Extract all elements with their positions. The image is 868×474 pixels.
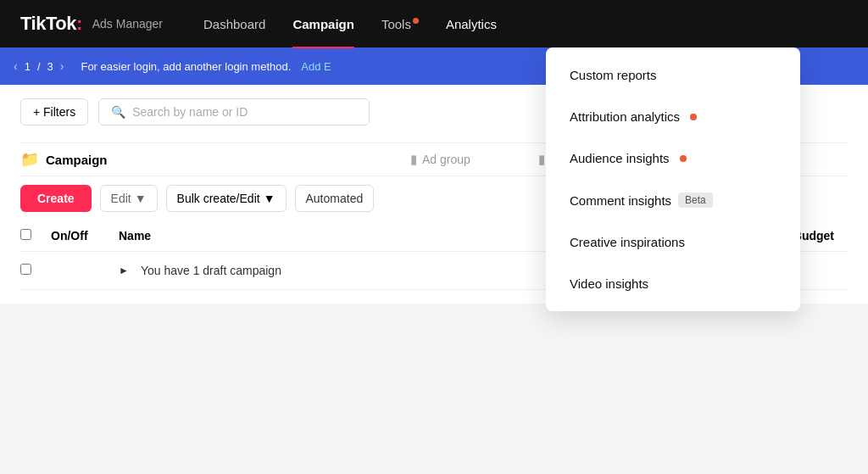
campaign-tab-label: Campaign — [46, 153, 108, 167]
ad-group-icon: ▮ — [410, 152, 417, 167]
ad-group-label: Ad group — [422, 153, 470, 166]
expand-icon[interactable]: ► — [119, 265, 129, 276]
banner-message: For easier login, add another login meth… — [81, 60, 291, 73]
search-icon: 🔍 — [111, 105, 125, 119]
dropdown-item-creative-inspirations[interactable]: Creative inspirations — [546, 221, 800, 263]
tools-notification-dot — [413, 18, 419, 24]
ad-group-tab[interactable]: ▮ Ad group — [410, 152, 470, 167]
brand-name: TikTok: — [20, 13, 82, 35]
brand-logo[interactable]: TikTok: Ads Manager — [20, 13, 163, 35]
top-navigation: TikTok: Ads Manager Dashboard Campaign T… — [0, 0, 868, 47]
brand-subtitle: Ads Manager — [92, 17, 163, 31]
ad-icon: ▮ — [538, 152, 545, 167]
banner-link[interactable]: Add E — [301, 60, 331, 73]
banner-page-total: 3 — [47, 60, 53, 73]
nav-tools[interactable]: Tools — [381, 17, 419, 31]
nav-campaign[interactable]: Campaign — [292, 17, 354, 31]
nav-dashboard[interactable]: Dashboard — [203, 17, 265, 31]
bulk-chevron-icon: ▼ — [264, 192, 275, 205]
attribution-analytics-dot — [690, 114, 697, 120]
search-box[interactable]: 🔍 Search by name or ID — [98, 98, 370, 125]
edit-button[interactable]: Edit ▼ — [100, 185, 158, 212]
bulk-create-button[interactable]: Bulk create/Edit ▼ — [166, 185, 287, 212]
dropdown-item-comment-insights[interactable]: Comment insights Beta — [546, 179, 800, 221]
col-header-onoff: On/Off — [51, 229, 119, 243]
dropdown-item-custom-reports[interactable]: Custom reports — [546, 54, 800, 96]
beta-badge: Beta — [678, 192, 713, 208]
prev-banner-arrow[interactable]: ‹ — [14, 59, 18, 73]
draft-label: You have 1 draft campaign — [141, 264, 281, 277]
row-checkbox[interactable] — [20, 264, 51, 277]
audience-insights-dot — [680, 155, 687, 162]
campaign-tab[interactable]: 📁 Campaign — [20, 150, 410, 169]
banner-page-current: 1 — [25, 60, 31, 73]
nav-links: Dashboard Campaign Tools Analytics — [203, 17, 497, 31]
banner-pagination: ‹ 1 / 3 › — [14, 59, 64, 73]
nav-analytics[interactable]: Analytics — [446, 17, 497, 31]
dropdown-item-video-insights[interactable]: Video insights — [546, 263, 800, 304]
select-all-checkbox[interactable] — [20, 229, 51, 243]
filters-button[interactable]: + Filters — [20, 98, 88, 125]
next-banner-arrow[interactable]: › — [60, 59, 64, 73]
dropdown-item-audience-insights[interactable]: Audience insights — [546, 137, 800, 179]
automated-button[interactable]: Automated — [295, 185, 375, 212]
dropdown-item-attribution-analytics[interactable]: Attribution analytics — [546, 96, 800, 137]
search-placeholder: Search by name or ID — [132, 105, 248, 119]
analytics-dropdown: Custom reports Attribution analytics Aud… — [546, 47, 800, 311]
banner-separator: / — [37, 60, 41, 73]
create-button[interactable]: Create — [20, 185, 92, 212]
edit-chevron-icon: ▼ — [135, 192, 147, 205]
folder-icon: 📁 — [20, 150, 39, 169]
